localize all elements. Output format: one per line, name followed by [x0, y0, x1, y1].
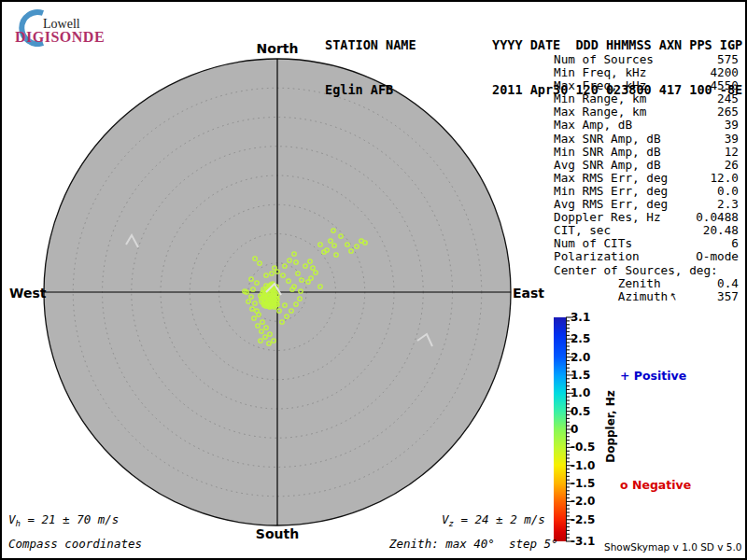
stat-label: Max Range, km — [554, 105, 646, 119]
stat-value: 0.0 — [717, 185, 739, 198]
stat-row: Max RMS Err, deg12.0 — [554, 172, 739, 185]
vertical-velocity-readout: Vz = 24 ± 2 m/s — [442, 512, 545, 528]
colorbar-tick-label: -2.5 — [571, 514, 612, 525]
stat-row: Avg RMS Err, deg2.3 — [554, 198, 739, 211]
doppler-colorbar — [554, 317, 566, 541]
stat-value: 4550 — [710, 79, 739, 92]
stat-value: O-mode — [696, 250, 739, 263]
vh-symbol: V — [8, 512, 16, 526]
stat-row: Zenith0.4 — [554, 277, 739, 290]
stat-label: Max RMS Err, deg — [554, 172, 668, 185]
stat-label: Avg SNR Amp, dB — [554, 159, 661, 172]
station-name-header: STATION NAME — [325, 37, 416, 52]
stat-label: CIT, sec — [554, 224, 611, 237]
stat-value: 575 — [717, 53, 739, 66]
compass-label-north: North — [231, 41, 324, 56]
stat-label: Min SNR Amp, dB — [554, 146, 661, 159]
stat-row: Max Freq, kHz4550 — [554, 79, 739, 92]
compass-label-east: East — [513, 286, 550, 301]
stat-value: 12.0 — [710, 172, 739, 185]
zenith-range-note: Zenith: max 40° step 5° — [389, 537, 558, 551]
stat-value: 357 — [717, 290, 739, 303]
stat-label: Polarization — [554, 250, 640, 263]
doppler-axis-label: Doppler, Hz — [604, 371, 617, 483]
stat-label: Doppler Res, Hz — [554, 211, 661, 224]
stat-label: Num of Sources — [554, 53, 654, 66]
stat-row: Azimuth↑357 — [554, 290, 739, 303]
stat-value: 26 — [725, 159, 739, 172]
stat-row: Min Range, km245 — [554, 92, 739, 105]
stat-row: Doppler Res, Hz0.0488 — [554, 211, 739, 224]
colorbar-tick-label: -2.0 — [571, 496, 612, 507]
stat-value: 265 — [717, 105, 739, 119]
negative-doppler-legend: o Negative — [620, 478, 691, 492]
stat-value: 4200 — [710, 66, 739, 79]
coordinate-system-note: Compass coordinates — [8, 537, 142, 551]
stat-value: 39 — [725, 133, 739, 146]
station-name-value: Eglin AFB — [325, 82, 416, 97]
stat-value: 0.4 — [717, 277, 739, 290]
stat-label: Azimuth↑ — [554, 290, 678, 303]
stat-value: 20.48 — [703, 224, 739, 237]
software-version: ShowSkymap v 1.0 SD v 5.0 — [604, 541, 742, 553]
stat-value: 39 — [725, 119, 739, 132]
station-name-block: STATION NAME Eglin AFB — [325, 7, 416, 127]
stat-row: Max Range, km265 — [554, 105, 739, 119]
azimuth-direction-icon: ↑ — [668, 290, 680, 303]
stat-row: Max SNR Amp, dB39 — [554, 133, 739, 146]
compass-label-south: South — [231, 526, 324, 541]
stat-row: Center of Sources, deg: — [554, 264, 739, 277]
stat-label: Min Range, km — [554, 92, 646, 105]
stat-row: Num of CITs6 — [554, 237, 739, 250]
horizontal-velocity-readout: Vh = 21 ± 70 m/s — [8, 512, 119, 528]
stat-row: Min SNR Amp, dB12 — [554, 146, 739, 159]
colorbar-tick-label: 3.1 — [571, 312, 612, 323]
stat-value: 245 — [717, 92, 739, 105]
showskymap-window: Lowell DIGISONDE STATION NAME Eglin AFB … — [0, 0, 747, 560]
stat-row: Avg SNR Amp, dB26 — [554, 159, 739, 172]
vz-symbol: V — [442, 512, 449, 526]
stat-label: Avg RMS Err, deg — [554, 198, 668, 211]
logo-digisonde-text: DIGISONDE — [15, 29, 105, 46]
colorbar-tick-label: 2.5 — [571, 333, 612, 344]
stat-label: Max Freq, kHz — [554, 79, 646, 92]
stat-value: 2.3 — [717, 198, 739, 211]
colorbar-tick-label: 2.0 — [571, 352, 612, 363]
statistics-panel: Num of Sources575Min Freq, kHz4200Max Fr… — [554, 53, 739, 303]
stat-label: Zenith — [554, 277, 661, 290]
stat-label: Num of CITs — [554, 237, 632, 250]
stat-row: CIT, sec20.48 — [554, 224, 739, 237]
stat-row: PolarizationO-mode — [554, 250, 739, 263]
stat-row: Min RMS Err, deg0.0 — [554, 185, 739, 198]
positive-doppler-legend: + Positive — [620, 369, 686, 383]
stat-row: Num of Sources575 — [554, 53, 739, 66]
vh-value: = 21 ± 70 m/s — [21, 512, 119, 526]
stat-label: Center of Sources, deg: — [554, 264, 718, 277]
stat-value: 0.0488 — [696, 211, 739, 224]
stat-row: Max Amp, dB39 — [554, 119, 739, 132]
stat-row: Min Freq, kHz4200 — [554, 66, 739, 79]
datetime-header: YYYY DATE DDD HHMMSS AXN PPS IGP — [492, 37, 742, 52]
compass-label-west: West — [9, 286, 47, 301]
stat-value: 6 — [731, 237, 739, 250]
stat-label: Max Amp, dB — [554, 119, 632, 132]
stat-value: 12 — [725, 146, 739, 159]
vz-value: = 24 ± 2 m/s — [454, 512, 545, 526]
stat-label: Min Freq, kHz — [554, 66, 646, 79]
stat-label: Max SNR Amp, dB — [554, 133, 661, 146]
stat-label: Min RMS Err, deg — [554, 185, 668, 198]
